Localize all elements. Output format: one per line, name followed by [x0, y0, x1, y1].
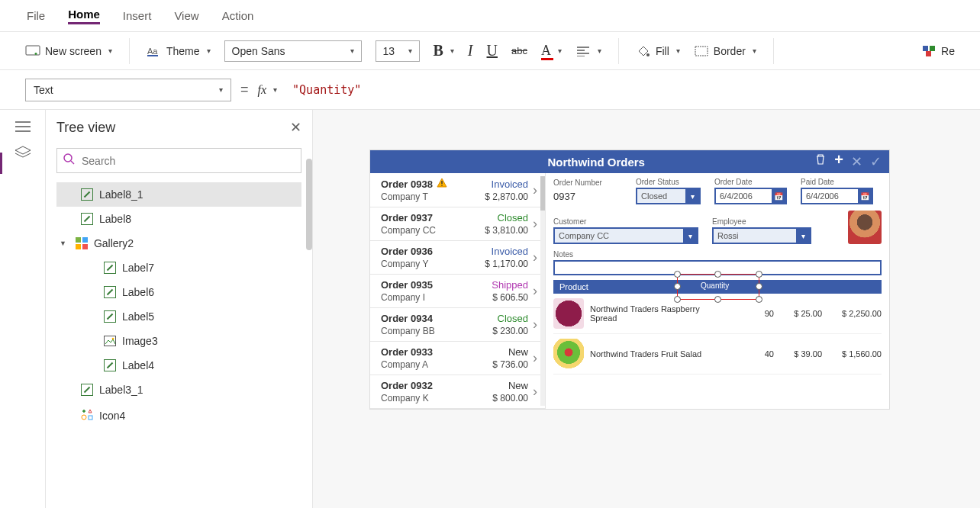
menu-home[interactable]: Home — [68, 8, 100, 24]
font-color-button[interactable]: A▾ — [541, 43, 562, 59]
align-button[interactable]: ▾ — [575, 43, 601, 59]
fill-button[interactable]: Fill ▾ — [636, 43, 680, 59]
scrollbar-thumb[interactable] — [306, 159, 312, 250]
tree-item-Label8[interactable]: Label8 — [56, 207, 301, 231]
tree-item-Label4[interactable]: Label4 — [56, 353, 301, 378]
search-input[interactable] — [82, 155, 295, 167]
chevron-down-icon: ▾ — [753, 47, 756, 55]
order-row[interactable]: Order 0936Company YInvoiced$ 1,170.00› — [370, 241, 545, 275]
label-icon — [104, 359, 116, 371]
underline-icon: U — [487, 42, 498, 59]
formula-bar: Text ▾ = fx ▾ "Quantity" — [0, 70, 980, 110]
product-row[interactable]: Northwind Traders Fruit Salad40$ 39.00$ … — [553, 334, 882, 375]
chevron-down-icon: ▾ — [350, 47, 354, 55]
label-icon — [104, 310, 116, 323]
reorder-icon — [921, 43, 936, 59]
tree-panel: Tree view ✕ Label8_1Label8▼Gallery2Label… — [46, 110, 313, 508]
ribbon-toolbar: New screen ▾ Aa Theme ▾ Open Sans ▾ 13 ▾… — [0, 32, 980, 70]
cancel-icon[interactable]: ✕ — [851, 153, 862, 170]
chevron-down-icon: ▾ — [219, 85, 223, 94]
trash-icon[interactable] — [814, 153, 827, 170]
customer-select[interactable]: Company CC▾ — [553, 227, 698, 244]
fx-button[interactable]: fx ▾ — [258, 83, 278, 97]
reorder-button[interactable]: Re — [921, 43, 955, 59]
quantity-label-selection[interactable]: Quantity — [677, 274, 759, 300]
menu-view[interactable]: View — [174, 9, 198, 22]
strikethrough-button[interactable]: abc — [511, 45, 527, 56]
paiddate-label: Paid Date — [801, 178, 873, 186]
products-header: Product Quantity — [553, 280, 882, 294]
chevron-down-icon: ▾ — [598, 47, 601, 55]
canvas: Northwind Orders + ✕ ✓ Order 0938Company… — [313, 110, 980, 508]
add-icon[interactable]: + — [834, 153, 843, 170]
menu-file[interactable]: File — [27, 9, 45, 22]
tree-item-Icon4[interactable]: Icon4 — [56, 402, 301, 429]
left-rail — [0, 110, 46, 508]
calendar-icon: 📅 — [858, 189, 872, 203]
svg-rect-2 — [147, 55, 158, 56]
chevron-right-icon: › — [533, 182, 537, 198]
bold-icon: B — [434, 42, 443, 59]
chevron-down-icon: ▾ — [408, 47, 412, 55]
tree-item-label: Icon4 — [99, 410, 125, 422]
tree-item-Gallery2[interactable]: ▼Gallery2 — [56, 231, 301, 256]
svg-point-15 — [82, 415, 86, 420]
property-select[interactable]: Text ▾ — [25, 79, 231, 101]
chevron-down-icon: ▾ — [207, 47, 211, 55]
products-list: Northwind Traders Raspberry Spread90$ 25… — [553, 294, 882, 375]
scrollbar[interactable] — [540, 176, 545, 406]
hamburger-icon[interactable] — [15, 121, 31, 135]
theme-button[interactable]: Aa Theme ▾ — [147, 43, 211, 59]
chevron-right-icon: › — [533, 283, 537, 299]
tree-item-Label7[interactable]: Label7 — [56, 256, 301, 280]
menu-insert[interactable]: Insert — [123, 9, 152, 22]
app-header: Northwind Orders + ✕ ✓ — [370, 150, 889, 173]
tree-item-Label3_1[interactable]: Label3_1 — [56, 378, 301, 402]
status-select[interactable]: Closed▾ — [636, 188, 701, 204]
svg-rect-0 — [26, 46, 40, 55]
theme-icon: Aa — [147, 43, 162, 59]
font-size-select[interactable]: 13 ▾ — [376, 40, 420, 62]
font-family-select[interactable]: Open Sans ▾ — [224, 40, 362, 62]
layers-icon[interactable] — [15, 146, 31, 162]
chevron-down-icon: ▾ — [108, 47, 112, 55]
order-row[interactable]: Order 0933Company ANew$ 736.00› — [370, 342, 545, 375]
order-row[interactable]: Order 0935Company IShipped$ 606.50› — [370, 275, 545, 308]
product-image — [553, 298, 584, 329]
tree-item-Label5[interactable]: Label5 — [56, 304, 301, 329]
paiddate-input[interactable]: 6/4/2006📅 — [801, 188, 873, 204]
tree-item-Label8_1[interactable]: Label8_1 — [56, 182, 301, 207]
employee-select[interactable]: Rossi▾ — [712, 227, 811, 244]
close-icon[interactable]: ✕ — [290, 119, 301, 136]
new-screen-button[interactable]: New screen ▾ — [25, 43, 112, 59]
border-button[interactable]: Border ▾ — [694, 43, 756, 59]
svg-rect-10 — [82, 237, 88, 243]
notes-label: Notes — [553, 250, 882, 259]
formula-input[interactable]: "Quantity" — [292, 83, 361, 97]
order-row[interactable]: Order 0934Company BBClosed$ 230.00› — [370, 308, 545, 342]
orderdate-input[interactable]: 6/4/2006📅 — [714, 188, 787, 204]
svg-rect-9 — [76, 237, 81, 243]
italic-button[interactable]: I — [468, 42, 473, 59]
label-icon — [81, 213, 93, 225]
orderno-value: 0937 — [553, 188, 622, 204]
order-row[interactable]: Order 0932Company KNew$ 800.00› — [370, 375, 545, 409]
menu-action[interactable]: Action — [222, 9, 254, 22]
search-icon — [63, 153, 76, 168]
customer-label: Customer — [553, 217, 698, 226]
svg-rect-4 — [695, 47, 708, 56]
tree-search[interactable] — [56, 148, 301, 173]
underline-button[interactable]: U — [487, 42, 498, 59]
orderdate-label: Order Date — [714, 178, 787, 186]
tree-item-Label6[interactable]: Label6 — [56, 280, 301, 304]
order-row[interactable]: Order 0938Company TInvoiced$ 2,870.00› — [370, 173, 545, 207]
bold-button[interactable]: B▾ — [434, 42, 454, 59]
tree-item-Image3[interactable]: Image3 — [56, 329, 301, 353]
app-title: Northwind Orders — [378, 156, 814, 169]
order-row[interactable]: Order 0937Company CCClosed$ 3,810.00› — [370, 207, 545, 241]
label-icon — [81, 384, 93, 396]
employee-avatar — [848, 211, 882, 244]
check-icon[interactable]: ✓ — [870, 153, 882, 170]
chevron-right-icon: › — [533, 317, 537, 333]
chevron-right-icon: › — [533, 350, 537, 366]
